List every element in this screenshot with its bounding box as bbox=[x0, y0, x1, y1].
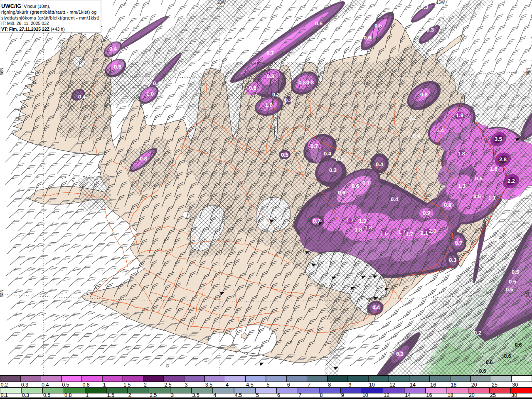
svg-text:0.2: 0.2 bbox=[1, 382, 8, 388]
svg-text:0.6: 0.6 bbox=[515, 342, 522, 348]
svg-text:0.3: 0.3 bbox=[329, 167, 337, 173]
svg-text:0.4: 0.4 bbox=[376, 161, 384, 167]
svg-text:0.4: 0.4 bbox=[324, 150, 332, 157]
svg-text:0.7: 0.7 bbox=[455, 240, 463, 246]
svg-text:0.5: 0.5 bbox=[473, 193, 481, 200]
svg-text:3.5: 3.5 bbox=[205, 382, 212, 388]
svg-text:2.8: 2.8 bbox=[499, 156, 507, 163]
svg-text:0.4: 0.4 bbox=[78, 94, 86, 100]
svg-text:2: 2 bbox=[144, 382, 147, 388]
svg-text:18: 18 bbox=[448, 392, 453, 398]
svg-text:0.3: 0.3 bbox=[421, 4, 428, 10]
svg-text:1.0: 1.0 bbox=[265, 102, 273, 108]
svg-text:64N: 64N bbox=[526, 290, 530, 297]
svg-text:3.5: 3.5 bbox=[192, 392, 199, 398]
svg-text:7: 7 bbox=[298, 392, 301, 398]
svg-text:4: 4 bbox=[214, 392, 217, 398]
svg-text:4: 4 bbox=[226, 382, 229, 388]
svg-text:0.5: 0.5 bbox=[62, 382, 69, 388]
svg-text:0.6: 0.6 bbox=[486, 360, 493, 365]
svg-text:0.7: 0.7 bbox=[266, 50, 274, 56]
svg-text:3: 3 bbox=[185, 382, 188, 388]
svg-text:0.4: 0.4 bbox=[153, 80, 161, 86]
svg-text:2.5: 2.5 bbox=[150, 392, 157, 398]
svg-text:0.4: 0.4 bbox=[413, 133, 421, 139]
svg-text:10: 10 bbox=[369, 382, 375, 388]
svg-text:0.4: 0.4 bbox=[126, 27, 134, 34]
svg-text:0.6: 0.6 bbox=[504, 353, 511, 359]
svg-text:0.5: 0.5 bbox=[512, 269, 519, 275]
svg-text:rigning/skúrir (grænt/blátt/ra: rigning/skúrir (grænt/blátt/rautt - mm/1… bbox=[1, 10, 96, 15]
svg-text:UWC/IG: Vindur (10m),: UWC/IG: Vindur (10m), bbox=[1, 3, 50, 9]
svg-text:0.4: 0.4 bbox=[109, 46, 117, 52]
svg-text:0.8: 0.8 bbox=[298, 79, 306, 86]
svg-text:25: 25 bbox=[492, 382, 498, 388]
svg-text:0.2: 0.2 bbox=[474, 330, 481, 336]
svg-text:16: 16 bbox=[426, 392, 432, 398]
svg-text:9: 9 bbox=[341, 392, 344, 398]
svg-text:8: 8 bbox=[320, 392, 323, 398]
svg-text:1.9: 1.9 bbox=[456, 112, 463, 118]
svg-text:0.8: 0.8 bbox=[114, 64, 121, 70]
svg-text:12: 12 bbox=[384, 392, 389, 398]
svg-text:0.2: 0.2 bbox=[409, 115, 416, 121]
svg-text:2.0: 2.0 bbox=[429, 228, 436, 234]
svg-text:0.4: 0.4 bbox=[372, 304, 380, 310]
svg-text:14: 14 bbox=[410, 382, 416, 388]
svg-text:1.6: 1.6 bbox=[380, 230, 388, 236]
svg-text:0.8: 0.8 bbox=[444, 202, 451, 208]
svg-text:0.6: 0.6 bbox=[479, 368, 486, 374]
svg-text:0.6: 0.6 bbox=[352, 183, 359, 189]
svg-text:8: 8 bbox=[328, 382, 331, 388]
svg-text:0.4: 0.4 bbox=[42, 382, 49, 388]
svg-text:20: 20 bbox=[471, 382, 477, 388]
svg-text:0.5: 0.5 bbox=[374, 22, 382, 29]
svg-text:0.7: 0.7 bbox=[310, 143, 318, 149]
svg-text:0.3: 0.3 bbox=[22, 392, 29, 398]
svg-text:0.2: 0.2 bbox=[413, 352, 421, 358]
svg-text:9: 9 bbox=[348, 382, 351, 388]
svg-text:1.5: 1.5 bbox=[107, 392, 114, 398]
svg-text:4.5: 4.5 bbox=[246, 382, 253, 388]
svg-text:IT: Mið. 26. 11. 2025 03Z: IT: Mið. 26. 11. 2025 03Z bbox=[1, 21, 49, 26]
svg-text:12: 12 bbox=[389, 382, 395, 388]
svg-text:1.4: 1.4 bbox=[436, 127, 444, 133]
svg-text:64N: 64N bbox=[0, 290, 4, 297]
svg-text:0.9: 0.9 bbox=[423, 210, 430, 216]
svg-text:0.1: 0.1 bbox=[1, 392, 8, 398]
svg-text:6: 6 bbox=[287, 382, 290, 388]
svg-text:10: 10 bbox=[362, 392, 368, 398]
svg-text:0.6: 0.6 bbox=[364, 34, 371, 41]
svg-text:0.6: 0.6 bbox=[249, 85, 256, 91]
svg-text:0.8: 0.8 bbox=[82, 382, 89, 388]
svg-text:0.6: 0.6 bbox=[338, 190, 345, 196]
svg-text:66N: 66N bbox=[526, 68, 530, 75]
svg-text:0.3: 0.3 bbox=[396, 351, 404, 357]
svg-text:2.2: 2.2 bbox=[507, 178, 515, 184]
svg-text:0.5: 0.5 bbox=[281, 152, 288, 158]
svg-text:5: 5 bbox=[256, 392, 259, 398]
svg-text:1.3: 1.3 bbox=[458, 183, 466, 189]
svg-text:VT: Fim. 27.11.2025 22Z (+43 h: VT: Fim. 27.11.2025 22Z (+43 h) bbox=[1, 27, 65, 32]
svg-text:0.8: 0.8 bbox=[267, 73, 274, 79]
svg-text:1.6: 1.6 bbox=[490, 166, 498, 172]
svg-text:4.5: 4.5 bbox=[235, 392, 242, 398]
svg-text:0.5: 0.5 bbox=[43, 392, 50, 398]
svg-text:0.2: 0.2 bbox=[272, 91, 280, 98]
svg-text:0.4: 0.4 bbox=[391, 196, 399, 202]
svg-text:0.3: 0.3 bbox=[483, 250, 490, 256]
svg-text:0.3: 0.3 bbox=[426, 27, 434, 33]
svg-text:2: 2 bbox=[128, 392, 131, 398]
svg-text:0.5: 0.5 bbox=[475, 175, 483, 182]
svg-text:1: 1 bbox=[86, 392, 89, 398]
svg-text:0.8: 0.8 bbox=[64, 392, 71, 398]
svg-text:18: 18 bbox=[451, 382, 457, 388]
svg-text:30: 30 bbox=[511, 392, 517, 398]
svg-text:16: 16 bbox=[430, 382, 436, 388]
svg-text:2.5: 2.5 bbox=[164, 382, 171, 388]
svg-text:15W: 15W bbox=[436, 0, 445, 5]
svg-text:0.3: 0.3 bbox=[492, 236, 499, 242]
svg-text:1.8: 1.8 bbox=[458, 150, 465, 157]
svg-text:0.7: 0.7 bbox=[362, 180, 370, 186]
svg-text:0.3: 0.3 bbox=[449, 257, 456, 263]
